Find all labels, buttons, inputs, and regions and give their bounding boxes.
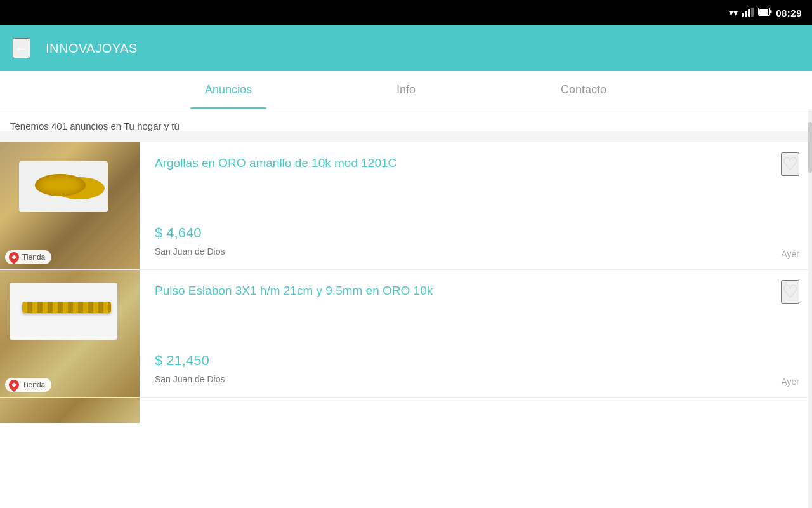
svg-rect-5 xyxy=(759,9,768,15)
top-bar: ← INNOVAJOYAS xyxy=(0,25,812,71)
tienda-badge-1: Tienda xyxy=(5,250,51,264)
heart-icon-1: ♡ xyxy=(782,154,798,174)
listing-details-2[interactable]: Pulso Eslabon 3X1 h/m 21cm y 9.5mm en OR… xyxy=(140,270,812,397)
svg-rect-3 xyxy=(751,8,754,17)
svg-rect-1 xyxy=(745,11,747,17)
app-title: INNOVAJOYAS xyxy=(46,41,138,56)
store-dot-icon xyxy=(7,250,22,265)
listing-title-1[interactable]: Argollas en ORO amarillo de 10k mod 1201… xyxy=(155,155,780,172)
listing-details-3 xyxy=(140,398,812,508)
listing-price-2: $ 21,450 xyxy=(155,352,780,369)
listing-location-2: San Juan de Dios xyxy=(155,374,780,384)
listing-image-2: Tienda xyxy=(0,270,140,397)
listing-image-3 xyxy=(0,398,140,423)
listing-item: Tienda Argollas en ORO amarillo de 10k m… xyxy=(0,142,812,269)
scrollbar-track[interactable] xyxy=(808,109,812,508)
tab-contacto[interactable]: Contacto xyxy=(495,71,672,109)
wifi-icon: ▾▾ xyxy=(729,8,738,18)
listing-item-2: Tienda Pulso Eslabon 3X1 h/m 21cm y 9.5m… xyxy=(0,269,812,397)
status-icons: ▾▾ 08:29 xyxy=(729,8,802,18)
back-button[interactable]: ← xyxy=(13,38,30,58)
svg-rect-0 xyxy=(742,13,744,17)
svg-rect-2 xyxy=(748,9,750,17)
listing-date-1: Ayer xyxy=(781,249,799,259)
store-dot-icon-2 xyxy=(7,378,22,392)
listing-price-1: $ 4,640 xyxy=(155,225,780,241)
listing-details-1[interactable]: Argollas en ORO amarillo de 10k mod 1201… xyxy=(140,142,812,269)
tab-anuncios[interactable]: Anuncios xyxy=(140,71,317,109)
tab-bar: Anuncios Info Contacto xyxy=(0,71,812,109)
heart-icon-2: ♡ xyxy=(782,282,798,302)
signal-icon xyxy=(742,8,754,18)
listing-image-1: Tienda xyxy=(0,142,140,269)
battery-icon xyxy=(758,8,772,18)
svg-rect-6 xyxy=(770,10,772,13)
scrollbar-thumb[interactable] xyxy=(808,122,812,173)
content-area: Tenemos 401 anuncios en Tu hogar y tú xyxy=(0,109,812,131)
favorite-button-2[interactable]: ♡ xyxy=(781,280,799,304)
tienda-badge-2: Tienda xyxy=(5,378,51,392)
status-bar: ▾▾ 08:29 xyxy=(0,0,812,25)
listing-item-3 xyxy=(0,397,812,508)
listing-location-1: San Juan de Dios xyxy=(155,246,780,257)
favorite-button-1[interactable]: ♡ xyxy=(781,152,799,176)
listing-date-2: Ayer xyxy=(781,377,799,387)
listing-count-text: Tenemos 401 anuncios en Tu hogar y tú xyxy=(10,121,802,131)
status-time: 08:29 xyxy=(776,8,802,18)
listing-title-2[interactable]: Pulso Eslabon 3X1 h/m 21cm y 9.5mm en OR… xyxy=(155,283,780,300)
tab-info[interactable]: Info xyxy=(317,71,495,109)
